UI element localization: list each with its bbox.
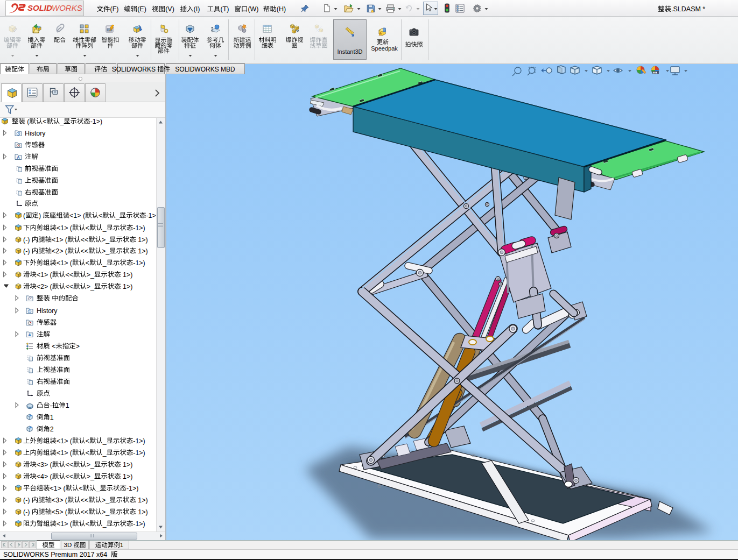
svg-text:SOLID: SOLID — [27, 3, 52, 12]
svg-text:WORKS: WORKS — [52, 3, 82, 12]
